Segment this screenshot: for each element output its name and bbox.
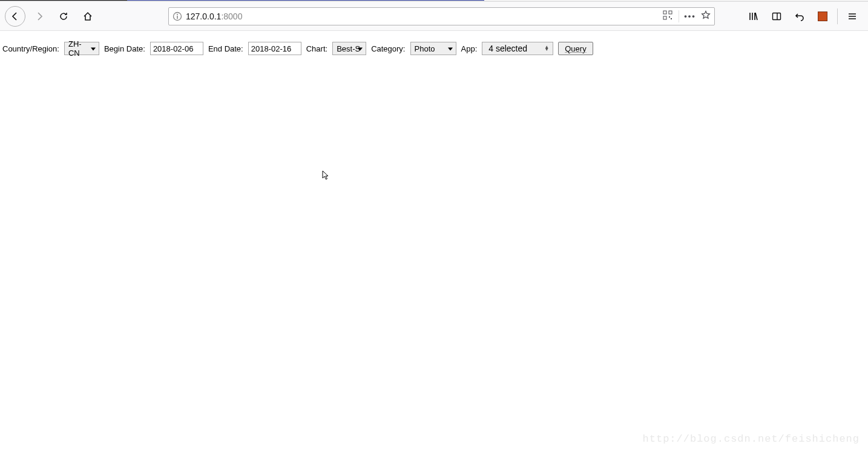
svg-rect-7 (671, 18, 672, 19)
watermark-text: http://blog.csdn.net/feishicheng (643, 433, 860, 445)
url-bar[interactable]: 127.0.0.1:8000 ••• (168, 7, 715, 25)
forward-button (29, 6, 50, 27)
category-label: Category: (371, 44, 405, 53)
country-region-label: Country/Region: (2, 44, 59, 53)
mouse-cursor-icon (322, 170, 330, 183)
page-actions-icon[interactable]: ••• (685, 12, 695, 21)
sort-arrows-icon: ▲▼ (544, 46, 549, 51)
filter-bar: Country/Region: ZH-CN Begin Date: 2018-0… (2, 42, 866, 55)
end-date-label: End Date: (208, 44, 243, 53)
qr-icon[interactable] (663, 10, 672, 22)
page-content: Country/Region: ZH-CN Begin Date: 2018-0… (0, 31, 868, 66)
svg-point-1 (177, 14, 178, 15)
query-button[interactable]: Query (558, 42, 593, 55)
reload-icon (59, 12, 68, 21)
country-region-select[interactable]: ZH-CN (64, 42, 99, 55)
library-icon[interactable] (745, 8, 762, 25)
url-right-actions: ••• (663, 10, 711, 22)
reload-button[interactable] (53, 6, 74, 27)
toolbar-right (745, 8, 863, 25)
sidebar-icon[interactable] (768, 8, 785, 25)
svg-rect-5 (663, 16, 666, 19)
separator (837, 8, 838, 24)
app-label: App: (461, 44, 478, 53)
info-icon[interactable] (173, 12, 182, 21)
begin-date-input[interactable]: 2018-02-06 (150, 42, 203, 55)
separator (679, 10, 679, 22)
app-multiselect[interactable]: 4 selected ▲▼ (482, 42, 553, 55)
svg-rect-6 (669, 16, 670, 18)
begin-date-label: Begin Date: (104, 44, 145, 53)
home-icon (83, 12, 93, 21)
bookmark-star-icon[interactable] (701, 10, 711, 22)
back-button[interactable] (5, 6, 25, 27)
arrow-right-icon (35, 12, 44, 21)
browser-toolbar: 127.0.0.1:8000 ••• (0, 1, 868, 31)
url-text: 127.0.0.1:8000 (186, 12, 659, 21)
undo-icon[interactable] (791, 8, 808, 25)
hamburger-menu-icon[interactable] (844, 8, 861, 25)
chart-label: Chart: (306, 44, 327, 53)
svg-rect-4 (669, 11, 672, 14)
extension-icon[interactable] (814, 8, 831, 25)
svg-rect-2 (177, 16, 178, 19)
svg-rect-3 (663, 11, 666, 14)
home-button[interactable] (77, 6, 98, 27)
category-select[interactable]: Photo (410, 42, 456, 55)
chart-select[interactable]: Best-S (332, 42, 366, 55)
svg-rect-8 (773, 13, 781, 19)
end-date-input[interactable]: 2018-02-16 (248, 42, 301, 55)
arrow-left-icon (10, 12, 20, 21)
